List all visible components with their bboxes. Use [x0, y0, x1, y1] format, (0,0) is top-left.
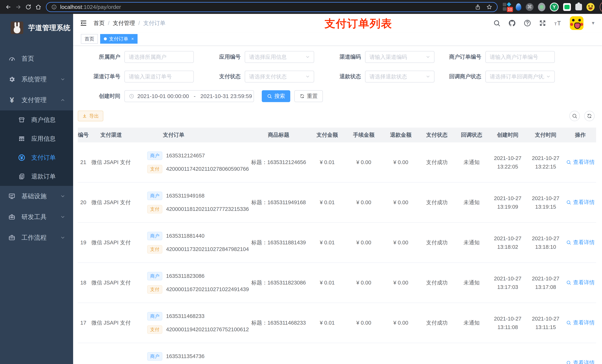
table-row: 20 微信 JSAPI 支付 商户 1635311949168 支付 42000…	[78, 182, 596, 222]
extension-command-icon[interactable]: ⌘	[526, 3, 534, 11]
sidebar-item-label: 基础设施	[22, 192, 47, 200]
field-label: 回调商户状态	[439, 73, 481, 80]
sidebar-item-system[interactable]: 系统管理	[0, 69, 73, 90]
font-size-button[interactable]: TT	[554, 19, 562, 27]
address-bar[interactable]: localhost:1024/pay/order	[46, 2, 498, 12]
extension-emoji-icon[interactable]	[586, 3, 595, 11]
channel-order-no: 4200001181202110277723215336	[166, 206, 249, 212]
breadcrumb-payment[interactable]: 支付管理	[113, 20, 135, 27]
font-size-icon: TT	[554, 19, 562, 27]
share-icon	[475, 4, 481, 10]
col-create-time: 创建时间	[489, 128, 527, 142]
home-icon	[35, 4, 42, 10]
browser-home-button[interactable]	[33, 2, 43, 12]
field-label: 应用编号	[198, 53, 241, 61]
sidebar-item-dev-tools[interactable]: 研发工具	[0, 207, 73, 227]
sidebar-item-payment[interactable]: ¥ 支付管理	[0, 90, 73, 110]
merchant-tag: 商户	[147, 151, 162, 160]
extension-y-icon[interactable]: Y	[550, 3, 559, 11]
close-icon[interactable]: ×	[131, 36, 134, 42]
merchant-order-no-input[interactable]	[485, 51, 555, 63]
gear-icon	[8, 76, 16, 83]
github-button[interactable]	[508, 19, 516, 27]
help-button[interactable]	[524, 19, 531, 27]
cell-pay-order: 商户 1635311881440 支付 42000011732021102728…	[133, 222, 248, 263]
share-button[interactable]	[475, 4, 481, 10]
cell-pay-order: 商户 1635312124657 支付 42000011742021102780…	[133, 142, 248, 182]
cell-fee: ¥ 0.00	[345, 222, 382, 263]
cell-pay-time: 2021-10-2713:18:10	[527, 222, 565, 263]
table-row: 21 微信 JSAPI 支付 商户 1635312124657 支付 42000…	[78, 142, 596, 182]
avatar[interactable]	[570, 16, 583, 30]
download-icon	[82, 114, 87, 118]
extension-kite-icon[interactable]	[516, 3, 521, 11]
extensions-puzzle-icon[interactable]	[575, 4, 582, 10]
bookmark-button[interactable]	[486, 4, 492, 10]
collapse-sidebar-button[interactable]	[80, 20, 87, 27]
view-detail-link[interactable]: 查看详情	[566, 199, 595, 206]
app-logo-row: 芋道管理系统	[0, 14, 73, 42]
view-detail-link[interactable]: 查看详情	[566, 158, 595, 166]
cell-amount: ¥ 0.01	[309, 263, 345, 303]
header-actions: TT ▼	[493, 16, 595, 30]
extension-recorder-icon[interactable]	[538, 3, 545, 11]
view-detail-link[interactable]: 查看详情	[566, 359, 595, 364]
tab-home[interactable]: 首页	[81, 34, 98, 44]
cell-fee: ¥ 0.00	[345, 142, 382, 182]
search-icon	[566, 160, 571, 165]
yen-icon: ¥	[8, 96, 16, 104]
sidebar-item-label: 研发工具	[22, 213, 47, 221]
sidebar-item-infrastructure[interactable]: 基础设施	[0, 186, 73, 207]
merchant-input[interactable]	[124, 51, 194, 63]
filter-row-3: 创建时间 2021-10-01 00:00:00 - 2021-10-31 23…	[78, 90, 602, 102]
pay-status-select[interactable]	[245, 71, 314, 83]
fullscreen-icon	[539, 19, 547, 27]
browser-update-button[interactable]: 更新	[600, 1, 602, 13]
search-button[interactable]: 搜索	[262, 90, 290, 102]
table-row: 19 微信 JSAPI 支付 商户 1635311881440 支付 42000…	[78, 222, 596, 263]
extension-chat-icon[interactable]	[563, 3, 571, 11]
cell-create-time: 2021-10-2713:11:08	[489, 303, 527, 343]
notify-status-select[interactable]	[485, 71, 555, 83]
create-time-range-input[interactable]: 2021-10-01 00:00:00 - 2021-10-31 23:59:5…	[124, 90, 254, 102]
view-detail-link[interactable]: 查看详情	[566, 239, 595, 246]
view-detail-link[interactable]: 查看详情	[566, 319, 595, 326]
cell-create-time: 2021-10-2713:18:02	[489, 222, 527, 263]
breadcrumb-current: 支付订单	[143, 20, 165, 27]
sidebar-item-home[interactable]: 首页	[0, 48, 73, 69]
tab-pay-order[interactable]: 支付订单 ×	[100, 34, 138, 44]
channel-code-select[interactable]	[365, 51, 434, 63]
sidebar-item-pay-order[interactable]: 支付订单	[0, 148, 73, 167]
sidebar-item-workflow[interactable]: 工作流程	[0, 227, 73, 248]
merchant-order-no: 1635312124657	[166, 153, 205, 159]
browser-forward-button[interactable]	[13, 2, 23, 12]
export-button[interactable]: 导出	[78, 111, 103, 121]
breadcrumb-home[interactable]: 首页	[94, 20, 105, 27]
url-path: :1024/pay/order	[82, 4, 121, 10]
app-select[interactable]	[245, 51, 314, 63]
pay-tag: 支付	[147, 165, 162, 173]
refresh-table-button[interactable]	[584, 111, 595, 121]
browser-reload-button[interactable]	[23, 2, 33, 12]
sidebar-item-refund-order[interactable]: 退款订单	[0, 167, 73, 186]
header-search-button[interactable]	[493, 20, 501, 27]
sidebar-item-merchant-info[interactable]: 商户信息	[0, 110, 73, 129]
refund-status-select[interactable]	[365, 71, 434, 83]
merchant-tag: 商户	[147, 192, 162, 200]
channel-order-no-input[interactable]	[124, 71, 194, 83]
app-logo	[11, 21, 23, 34]
svg-text:T: T	[554, 21, 557, 26]
toggle-search-button[interactable]	[570, 111, 580, 121]
search-icon	[566, 240, 571, 245]
merchant-order-no: 1635311823086	[166, 273, 204, 279]
order-table-body: 21 微信 JSAPI 支付 商户 1635312124657 支付 42000…	[78, 142, 596, 364]
browser-back-button[interactable]	[3, 2, 13, 12]
view-detail-link[interactable]: 查看详情	[566, 279, 595, 286]
extension-sketch-icon[interactable]: 10	[503, 2, 511, 12]
user-menu-caret-icon[interactable]: ▼	[591, 21, 595, 26]
cell-pay-status: 支付成功	[419, 263, 454, 303]
col-amount: 支付金额	[309, 128, 345, 142]
sidebar-item-app-info[interactable]: 应用信息	[0, 129, 73, 148]
reset-button[interactable]: 重置	[294, 90, 323, 102]
fullscreen-button[interactable]	[539, 19, 547, 27]
